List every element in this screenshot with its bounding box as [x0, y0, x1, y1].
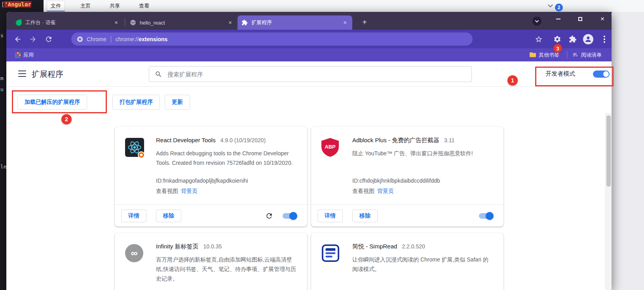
- toggle-knob: [486, 212, 494, 220]
- tab-extensions[interactable]: 扩展程序 ×: [237, 15, 352, 30]
- minimize-button[interactable]: [549, 13, 567, 25]
- scrollbar-thumb[interactable]: [606, 115, 611, 187]
- extension-card-infinity: ∞ Infinity 新标签页10.0.35 百万用户选择的新标签页,自由添加网…: [115, 233, 307, 290]
- pack-extension-button[interactable]: 打包扩展程序: [112, 95, 160, 110]
- address-bar[interactable]: Chrome chrome://extensions: [71, 32, 473, 46]
- abp-icon-text: ABP: [325, 144, 336, 150]
- browser-window: 工作台 · 语雀 × hello_react × 扩展程序 × + ×: [6, 12, 612, 290]
- reload-extension-icon[interactable]: [265, 212, 273, 220]
- details-button[interactable]: 详情: [317, 210, 343, 222]
- background-page-link[interactable]: 背景页: [377, 188, 394, 194]
- close-window-button[interactable]: ×: [594, 13, 611, 25]
- bookmarks-bar: 应用 其他书签 阅读清单: [6, 48, 612, 61]
- error-badge-icon[interactable]: [138, 151, 145, 158]
- extension-description: 阻止 YouTube™ 广告、弹出窗口并抵御恶意软件!: [352, 149, 493, 158]
- infinity-glyph: ∞: [125, 244, 143, 262]
- editor-fragment: m: [0, 75, 4, 81]
- extension-enabled-toggle[interactable]: [283, 213, 296, 219]
- extensions-puzzle-icon[interactable]: [567, 33, 578, 45]
- editor-highlighted-word: 'Angular: [4, 1, 31, 8]
- chrome-logo-icon: [77, 36, 83, 42]
- simpread-icon: [321, 244, 340, 263]
- background-window-bar: ['Angular 文件 主页 共享 查看: [0, 0, 644, 12]
- adblock-plus-icon: ABP: [321, 138, 340, 157]
- reading-list[interactable]: 阅读清单: [572, 48, 602, 61]
- extension-enabled-toggle[interactable]: [479, 213, 492, 219]
- remove-button[interactable]: 移除: [156, 210, 181, 222]
- remove-button[interactable]: 移除: [352, 210, 378, 222]
- extension-description: 让你瞬间进入沉浸式阅读的 Chrome 扩展,类似 Safari 的阅读模式。: [352, 255, 493, 274]
- annotation-step-2: 2: [61, 114, 72, 124]
- extension-views: 查看视图背景页: [352, 188, 394, 195]
- reading-list-label: 阅读清单: [581, 52, 602, 59]
- site-chip-label: Chrome: [87, 36, 106, 42]
- tab-close-icon[interactable]: ×: [227, 19, 234, 26]
- tab-label: hello_react: [140, 20, 227, 26]
- bg-menu-share[interactable]: 共享: [106, 1, 123, 11]
- kebab-menu-icon[interactable]: [598, 33, 610, 45]
- extension-version: 2.2.0.520: [402, 243, 425, 250]
- tab-close-icon[interactable]: ×: [113, 19, 120, 26]
- views-label: 查看视图: [156, 188, 178, 194]
- editor-fragment: u: [0, 86, 4, 92]
- extension-views: 查看视图背景页: [156, 188, 198, 195]
- tab-search-button[interactable]: [532, 17, 541, 26]
- background-right-area: [612, 12, 644, 290]
- background-editor-strip: s m u le: [0, 12, 6, 290]
- tab-close-icon[interactable]: ×: [342, 19, 348, 26]
- bg-menu-view[interactable]: 查看: [135, 1, 153, 11]
- screen: ['Angular 文件 主页 共享 查看 2 s m u le 工作台 · 语…: [0, 0, 644, 290]
- extension-name: Adblock Plus - 免费的广告拦截器: [352, 137, 439, 143]
- extension-version: 3.11: [444, 137, 454, 143]
- bg-menu-file[interactable]: 文件: [47, 1, 65, 11]
- tab-label: 扩展程序: [251, 19, 342, 26]
- toggle-knob: [289, 212, 297, 220]
- tab-label: 工作台 · 语雀: [25, 19, 113, 26]
- annotation-box-developer-mode: [535, 67, 614, 86]
- tab-hello-react[interactable]: hello_react ×: [126, 15, 237, 30]
- card-footer: 详情 移除: [311, 204, 503, 227]
- back-button[interactable]: [12, 33, 23, 45]
- editor-fragment: le: [0, 164, 7, 170]
- reload-button[interactable]: [43, 33, 54, 45]
- hamburger-menu-icon[interactable]: [18, 71, 26, 77]
- extension-title: 简悦 - SimpRead2.2.0.520: [352, 243, 494, 250]
- forward-button[interactable]: [27, 33, 38, 45]
- bg-menu-home[interactable]: 主页: [77, 1, 94, 11]
- new-tab-button[interactable]: +: [359, 17, 370, 27]
- maximize-button[interactable]: [572, 13, 589, 25]
- editor-fragment: s: [0, 32, 4, 38]
- apps-grid-icon: [15, 52, 21, 58]
- views-label: 查看视图: [352, 188, 374, 194]
- extensions-search-input[interactable]: [167, 71, 466, 78]
- update-button[interactable]: 更新: [165, 95, 190, 110]
- minimize-icon: [556, 19, 560, 19]
- extensions-search[interactable]: [149, 66, 472, 82]
- leaf-favicon-icon: [15, 19, 23, 26]
- folder-icon: [530, 52, 536, 58]
- profile-avatar[interactable]: [582, 33, 594, 45]
- extension-id: ID:fmkadmapgofadopljbjfkapdkoienihi: [156, 177, 248, 184]
- chevron-down-icon[interactable]: [548, 2, 553, 8]
- react-devtools-icon: [125, 138, 144, 157]
- tab-separator: [125, 19, 125, 27]
- gear-icon[interactable]: [551, 33, 563, 45]
- annotation-step-3: 3: [553, 44, 562, 53]
- tab-strip: 工作台 · 语雀 × hello_react × 扩展程序 × + ×: [6, 12, 612, 30]
- search-icon: [155, 71, 162, 78]
- details-button[interactable]: 详情: [121, 210, 146, 222]
- bookmark-apps[interactable]: 应用: [15, 48, 34, 61]
- page-scrollbar[interactable]: [605, 113, 612, 290]
- background-page-link[interactable]: 背景页: [181, 188, 198, 194]
- bookmark-star-icon[interactable]: [533, 33, 544, 45]
- browser-toolbar: Chrome chrome://extensions: [6, 30, 612, 48]
- background-notification-badge: 2: [555, 4, 563, 11]
- extension-name: React Developer Tools: [156, 137, 216, 143]
- maximize-icon: [578, 17, 582, 21]
- bookmarks-divider: [567, 52, 567, 58]
- background-menu: 文件 主页 共享 查看: [47, 0, 153, 12]
- page-title: 扩展程序: [32, 69, 63, 80]
- tab-yuque[interactable]: 工作台 · 语雀 ×: [12, 15, 123, 30]
- extension-id: ID:cfhdojbkjhnklbpkdaibdccddilifddb: [352, 177, 440, 184]
- extension-description: 百万用户选择的新标签页,自由添加网站图标,云端高清壁纸,快速访问书签、天气、笔记…: [156, 255, 297, 283]
